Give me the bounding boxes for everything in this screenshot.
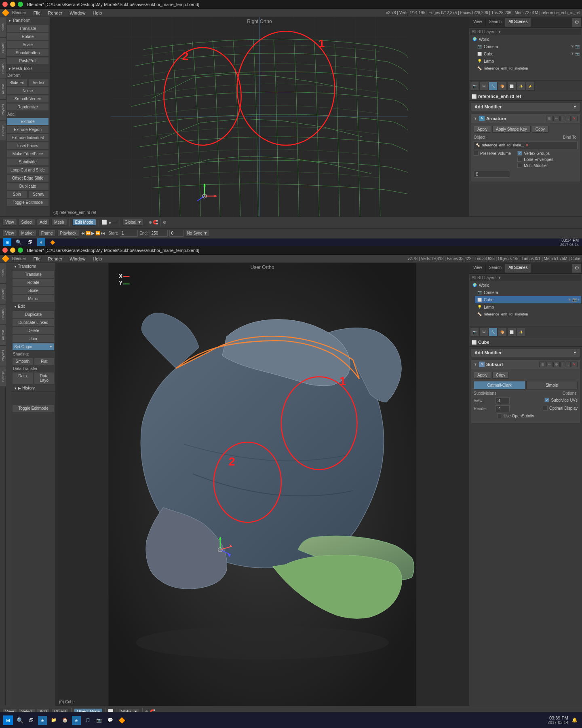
max-btn[interactable] xyxy=(18,2,23,7)
vertex-weight-input[interactable] xyxy=(474,171,510,178)
inset-faces-btn[interactable]: Inset Faces xyxy=(6,142,49,150)
blender-taskbar-icon[interactable]: 🔶 xyxy=(48,238,57,246)
vtab-grease[interactable]: Grease xyxy=(0,120,6,140)
snap-icon[interactable]: 🧲 xyxy=(153,220,158,224)
vertex-groups-checkbox[interactable]: ✓ xyxy=(517,151,522,156)
history-header[interactable]: ▶ History xyxy=(11,385,55,392)
outliner-lamp[interactable]: 💡 Lamp xyxy=(475,57,581,65)
mesh-tools-header[interactable]: Mesh Tools xyxy=(6,65,50,72)
mesh-menu-top[interactable]: Mesh xyxy=(51,219,67,226)
duplicate-btn-top[interactable]: Duplicate xyxy=(6,182,49,190)
modifier-props-btn[interactable]: 🔧 xyxy=(489,82,498,91)
subdivide-btn[interactable]: Subdivide xyxy=(6,158,49,166)
modifier-cage-icon[interactable]: ⊕ xyxy=(553,362,560,367)
rpanel-allscenes-tab-2[interactable]: All Scenes xyxy=(505,264,531,273)
object-props-btn[interactable]: ⬜ xyxy=(507,82,516,91)
smooth-btn[interactable]: Smooth xyxy=(12,358,33,365)
outliner-skeleton[interactable]: 🦴 reference_enh_rd_skeleton xyxy=(475,65,581,72)
search-icon-taskbar[interactable]: 🔍 xyxy=(15,238,23,246)
modifier-down-icon-2[interactable]: ↓ xyxy=(566,362,571,367)
subdivide-uvs-checkbox[interactable]: ✓ xyxy=(544,398,549,402)
play-icon[interactable]: ▶ xyxy=(91,231,95,235)
modifier-edit-icon[interactable]: ✏ xyxy=(553,116,560,121)
render-props-btn[interactable]: 🖼 xyxy=(479,82,488,91)
prev-frame-icon[interactable]: ⏪ xyxy=(86,231,91,235)
menu-render[interactable]: Render xyxy=(44,10,65,16)
add-modifier-btn-2[interactable]: Add Modifier ▼ xyxy=(471,348,580,357)
slide-edge-btn[interactable]: Slide Ed xyxy=(6,79,27,87)
vtab-animation[interactable]: Animat xyxy=(0,79,6,99)
outliner-cube[interactable]: ⬜ Cube 👁 📷 xyxy=(475,50,581,57)
taskbar-icon-3[interactable]: 🏠 xyxy=(61,716,70,725)
modifier-render-icon[interactable]: 🖥 xyxy=(546,116,553,121)
vertex-btn[interactable]: Vertex xyxy=(28,79,49,87)
outliner-lamp-2[interactable]: 💡 Lamp xyxy=(475,303,581,311)
current-frame-input[interactable] xyxy=(169,230,183,237)
start-btn-1[interactable]: ⊞ xyxy=(3,238,11,246)
vtab-physics-2[interactable]: Physics xyxy=(0,345,6,366)
outliner-camera-2[interactable]: 📷 Camera xyxy=(475,289,581,296)
menu-help-2[interactable]: Help xyxy=(89,256,105,262)
screw-btn[interactable]: Screw xyxy=(28,190,49,198)
start-btn-2[interactable]: ⊞ xyxy=(3,715,13,725)
blender-taskbar-icon-2[interactable]: 🔶 xyxy=(117,716,126,725)
modifier-up-icon[interactable]: ↑ xyxy=(560,116,565,121)
tl-frame-btn[interactable]: Frame xyxy=(38,230,56,237)
next-frame-icon[interactable]: ⏩ xyxy=(95,231,100,235)
min-btn-2[interactable] xyxy=(10,248,15,253)
modifier-delete-icon-2[interactable]: ✕ xyxy=(571,362,578,367)
min-btn[interactable] xyxy=(10,2,15,7)
randomize-btn[interactable]: Randomize xyxy=(6,103,49,111)
dup-linked-btn[interactable]: Duplicate Linked xyxy=(12,319,55,326)
extrude-btn[interactable]: Extrude xyxy=(6,118,49,125)
apply-btn-bottom[interactable]: Apply xyxy=(474,372,491,379)
render-props-btn-2[interactable]: 🖼 xyxy=(479,328,488,336)
flat-btn[interactable]: Flat xyxy=(34,358,55,365)
translate-btn-2[interactable]: Translate xyxy=(12,271,55,278)
render-value-input[interactable] xyxy=(496,405,510,412)
mirror-btn[interactable]: Mirror xyxy=(12,295,55,303)
offset-edge-btn[interactable]: Offset Edge Slide xyxy=(6,174,49,182)
vtab-tools-2[interactable]: Tools xyxy=(0,263,6,283)
rpanel-search-tab-2[interactable]: Search xyxy=(486,264,506,273)
spin-btn[interactable]: Spin xyxy=(6,190,27,198)
toggle-editmode-btn-top[interactable]: Toggle Editmode xyxy=(6,199,49,206)
menu-file[interactable]: File xyxy=(30,10,44,16)
vtab-physics[interactable]: Physics xyxy=(0,99,6,120)
preserve-vol-checkbox[interactable] xyxy=(474,151,479,156)
rpanel-allscenes-tab[interactable]: All Scenes xyxy=(505,18,531,27)
material-props-btn-2[interactable]: 🎨 xyxy=(498,328,507,336)
menu-file-2[interactable]: File xyxy=(30,256,44,262)
particles-btn[interactable]: ✨ xyxy=(517,82,525,91)
play-end-icon[interactable]: ⏭ xyxy=(101,231,105,235)
set-origin-btn[interactable]: Set Origin ▼ xyxy=(12,343,55,351)
object-field-clear[interactable]: × xyxy=(526,142,529,148)
menu-window[interactable]: Window xyxy=(66,10,89,16)
ie-icon-2[interactable]: e xyxy=(38,716,47,725)
noise-btn[interactable]: Noise xyxy=(6,87,49,95)
file-explorer-icon[interactable]: 📁 xyxy=(49,716,58,725)
vtab-grease-2[interactable]: Grease xyxy=(0,366,6,386)
search-icon-taskbar-2[interactable]: 🔍 xyxy=(15,716,24,725)
extrude-region-btn[interactable]: Extrude Region xyxy=(6,126,49,133)
outliner-cube-2[interactable]: ⬜ Cube 👁 📷 + xyxy=(475,296,581,303)
toggle-editmode-btn-bottom[interactable]: Toggle Editmode xyxy=(12,404,55,412)
vtab-relations[interactable]: Relatio xyxy=(0,58,6,78)
modifier-delete-icon[interactable]: ✕ xyxy=(571,116,578,121)
outliner-world[interactable]: 🌍 World xyxy=(470,36,581,43)
copy-btn-top[interactable]: Copy xyxy=(532,126,548,133)
object-props-btn-2[interactable]: ⬜ xyxy=(507,328,516,336)
transform-header[interactable]: Transform xyxy=(6,17,50,24)
vtab-relations-2[interactable]: Relatio xyxy=(0,304,6,324)
view-menu-top[interactable]: View xyxy=(2,219,17,226)
vtab-create[interactable]: Create xyxy=(0,38,6,58)
max-btn-2[interactable] xyxy=(18,248,23,253)
notification-icon[interactable]: 🔔 xyxy=(571,716,579,724)
rotate-btn-2[interactable]: Rotate xyxy=(12,279,55,286)
add-modifier-btn[interactable]: Add Modifier ▼ xyxy=(471,102,580,111)
outliner-camera[interactable]: 📷 Camera 👁 📷 xyxy=(475,43,581,50)
rpanel-view-tab[interactable]: View xyxy=(470,18,486,27)
use-opensubdiv-checkbox[interactable] xyxy=(497,413,502,418)
edit-header[interactable]: Edit xyxy=(11,303,55,310)
physics-btn[interactable]: ⚡ xyxy=(526,82,535,91)
